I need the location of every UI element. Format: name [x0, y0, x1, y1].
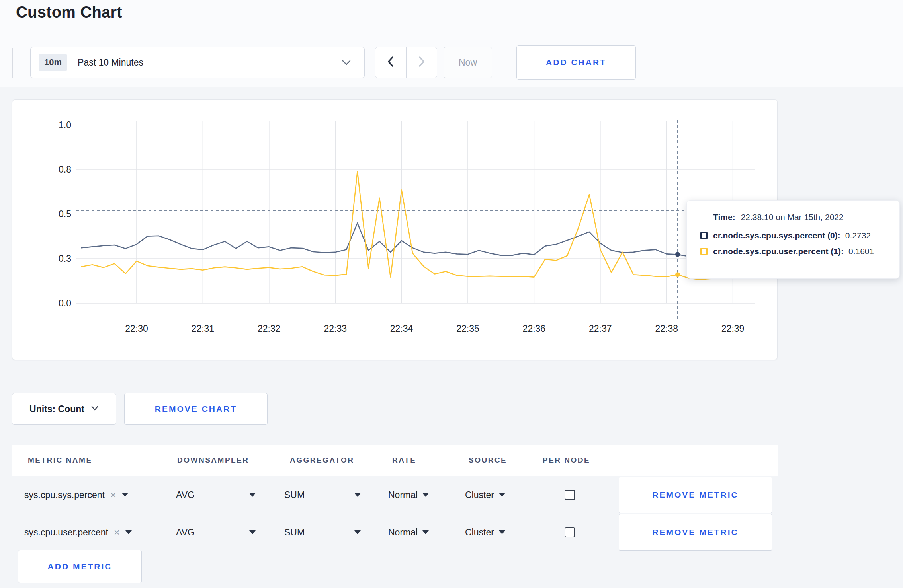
downsampler-value: AVG — [176, 527, 195, 538]
tooltip-series-name: cr.node.sys.cpu.sys.percent (0): — [713, 231, 840, 240]
rate-select[interactable]: Normal — [382, 527, 458, 538]
rate-value: Normal — [388, 527, 418, 538]
column-header-metric-name: METRIC NAME — [12, 456, 171, 465]
svg-text:22:38: 22:38 — [655, 323, 678, 334]
chevron-right-icon — [417, 56, 426, 69]
chevron-down-icon — [341, 59, 352, 68]
downsampler-value: AVG — [176, 490, 195, 500]
tooltip-series-value: 0.2732 — [845, 231, 871, 240]
now-button[interactable]: Now — [444, 47, 492, 78]
metrics-chart[interactable]: 0.00.30.50.81.022:3022:3122:3222:3322:34… — [12, 100, 778, 360]
tooltip-series-value: 0.1601 — [848, 247, 874, 256]
chart-tooltip: Time: 22:38:10 on Mar 15th, 2022 cr.node… — [686, 200, 900, 279]
series-sys-swatch-icon — [700, 232, 708, 239]
caret-down-icon — [499, 493, 505, 497]
chart-card: 0.00.30.50.81.022:3022:3122:3222:3322:34… — [12, 99, 778, 360]
units-dropdown[interactable]: Units: Count — [12, 393, 116, 425]
caret-down-icon[interactable] — [122, 493, 128, 497]
metrics-table-header: METRIC NAME DOWNSAMPLER AGGREGATOR RATE … — [12, 445, 778, 476]
aggregator-select[interactable]: SUM — [283, 490, 361, 500]
svg-text:22:36: 22:36 — [523, 323, 546, 334]
source-value: Cluster — [465, 490, 494, 500]
tooltip-time-value: 22:38:10 on Mar 15th, 2022 — [741, 212, 844, 222]
remove-metric-button[interactable]: REMOVE METRIC — [619, 477, 772, 513]
column-header-source: SOURCE — [458, 456, 541, 465]
caret-down-icon — [354, 493, 361, 497]
caret-down-icon — [499, 530, 505, 534]
caret-down-icon — [422, 493, 429, 497]
caret-down-icon[interactable] — [125, 530, 132, 534]
rate-select[interactable]: Normal — [382, 490, 458, 500]
page-title: Custom Chart — [16, 3, 122, 21]
svg-text:1.0: 1.0 — [59, 120, 71, 130]
tooltip-series-name: cr.node.sys.cpu.user.percent (1): — [713, 247, 844, 256]
svg-text:0.3: 0.3 — [59, 253, 71, 264]
svg-text:22:31: 22:31 — [192, 323, 215, 334]
svg-text:0.5: 0.5 — [59, 209, 71, 219]
clear-metric-icon[interactable]: × — [110, 490, 116, 500]
svg-text:0.8: 0.8 — [59, 164, 71, 175]
caret-down-icon — [249, 530, 256, 534]
per-node-checkbox[interactable] — [565, 527, 575, 537]
metric-name-value: sys.cpu.sys.percent — [24, 490, 105, 500]
clear-metric-icon[interactable]: × — [114, 528, 120, 537]
remove-metric-button[interactable]: REMOVE METRIC — [619, 514, 772, 551]
chevron-left-icon — [386, 56, 395, 69]
column-header-aggregator: AGGREGATOR — [283, 456, 382, 465]
svg-text:22:33: 22:33 — [324, 323, 347, 334]
downsampler-select[interactable]: AVG — [171, 527, 256, 538]
time-range-label: Past 10 Minutes — [78, 57, 143, 68]
time-range-dropdown[interactable]: 10m Past 10 Minutes — [30, 47, 365, 78]
svg-text:0.0: 0.0 — [59, 298, 71, 308]
column-header-rate: RATE — [382, 456, 458, 465]
svg-text:22:30: 22:30 — [125, 323, 148, 334]
metric-name-value: sys.cpu.user.percent — [24, 527, 108, 538]
time-nav-group — [375, 47, 437, 78]
svg-text:22:32: 22:32 — [258, 323, 281, 334]
column-header-per-node: PER NODE — [541, 456, 609, 465]
series-user-swatch-icon — [700, 248, 708, 255]
svg-text:22:39: 22:39 — [721, 323, 745, 334]
metric-row: sys.cpu.sys.percent × AVG SUM Normal Clu… — [12, 476, 778, 514]
add-metric-button[interactable]: ADD METRIC — [18, 550, 142, 583]
next-time-button[interactable] — [407, 47, 437, 78]
aggregator-select[interactable]: SUM — [283, 527, 361, 538]
tooltip-time-label: Time: — [713, 212, 735, 222]
caret-down-icon — [422, 530, 429, 534]
source-select[interactable]: Cluster — [458, 527, 541, 538]
source-select[interactable]: Cluster — [458, 490, 541, 500]
column-header-downsampler: DOWNSAMPLER — [171, 456, 283, 465]
units-label: Units: Count — [29, 404, 84, 415]
prev-time-button[interactable] — [375, 47, 407, 78]
per-node-checkbox[interactable] — [565, 490, 575, 500]
toolbar-divider — [12, 48, 13, 78]
aggregator-value: SUM — [284, 490, 305, 500]
caret-down-icon — [354, 530, 361, 534]
caret-down-icon — [249, 493, 256, 497]
remove-chart-button[interactable]: REMOVE CHART — [124, 393, 268, 425]
metric-row: sys.cpu.user.percent × AVG SUM Normal Cl… — [12, 513, 778, 551]
source-value: Cluster — [465, 527, 494, 538]
aggregator-value: SUM — [284, 527, 305, 538]
chevron-down-icon — [91, 405, 99, 413]
svg-text:22:35: 22:35 — [456, 323, 479, 334]
time-range-badge: 10m — [39, 54, 67, 71]
rate-value: Normal — [388, 490, 418, 500]
add-chart-button[interactable]: ADD CHART — [516, 45, 636, 80]
downsampler-select[interactable]: AVG — [171, 490, 256, 500]
svg-text:22:34: 22:34 — [390, 323, 413, 334]
svg-text:22:37: 22:37 — [589, 323, 612, 334]
